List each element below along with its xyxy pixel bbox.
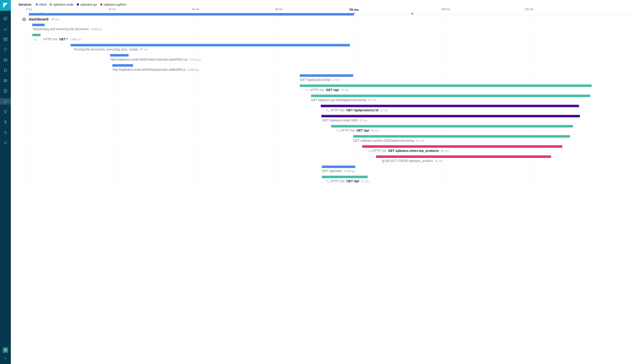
svg-point-10 [4, 110, 5, 111]
svg-rect-3 [6, 39, 7, 41]
sidebar-item-uptime[interactable] [0, 108, 11, 115]
span-bar [32, 34, 41, 36]
span-name: GET opbeans-node:3000 [322, 118, 358, 122]
span-bar [321, 105, 579, 107]
sidebar-item-dashboard[interactable] [0, 36, 11, 42]
legend-dot [36, 4, 38, 6]
sidebar-item-ml[interactable] [0, 67, 11, 74]
sidebar: D [0, 0, 11, 192]
sidebar-item-visualize[interactable] [0, 26, 11, 32]
axis-tick: 40 ms [192, 8, 199, 11]
http-status: HTTP 2xx [341, 128, 355, 132]
http-status: HTTP 2xx [331, 108, 345, 112]
span-duration: 48 ms [441, 149, 449, 152]
span-duration: 4,429 μs [190, 58, 201, 61]
svg-point-5 [4, 69, 5, 70]
kibana-logo[interactable] [0, 0, 11, 11]
legend-item-opbeans-python[interactable]: opbeans-python [100, 3, 126, 6]
span-name: GET * [59, 38, 68, 41]
http-status: HTTP 2xx [310, 88, 324, 92]
span-duration: 3,000 μs [90, 28, 102, 31]
legend-text: opbeans-python [104, 3, 126, 6]
span-row[interactable]: http://opbeans-node:3000/static/css/main… [19, 54, 637, 64]
sidebar-item-infrastructure[interactable] [0, 78, 11, 84]
span-name: GET /api/products/top [300, 78, 330, 82]
sidebar-item-apm[interactable] [0, 98, 11, 104]
legend-item-client[interactable]: client [36, 3, 47, 6]
span-bar [300, 74, 353, 77]
sidebar-item-logs[interactable] [0, 88, 11, 94]
span-row[interactable]: http://opbeans-node:3000/static/js/main.… [19, 64, 637, 74]
span-row[interactable]: GET /api/stats8,004 μs [19, 165, 637, 175]
span-label: HTTP 2xxGET *1,968 μs [44, 38, 81, 41]
span-name: GET /api [326, 88, 339, 92]
sidebar-item-management[interactable] [0, 140, 11, 146]
span-row[interactable]: Parsing the document, executing sync. sc… [19, 44, 637, 54]
transaction-title-row[interactable]: dashboard 78 ms [19, 16, 637, 23]
svg-point-0 [4, 17, 7, 20]
span-duration: 52 ms [416, 139, 424, 142]
span-duration: 67 ms [140, 48, 148, 51]
globe-icon [22, 17, 26, 22]
span-label: SELECT FROM opbeans_product42 ms [385, 159, 443, 163]
waterfall: dashboard 78 ms Requesting and receiving… [19, 16, 637, 183]
span-name: SELECT FROM opbeans_product [385, 159, 433, 163]
span-bar [32, 24, 45, 26]
time-axis: 0 ms20 ms40 ms60 ms78 ms100 ms120 ms [29, 8, 637, 12]
sidebar-item-siem[interactable] [0, 119, 11, 125]
span-bar [321, 115, 580, 117]
svg-point-12 [5, 112, 6, 113]
span-row[interactable]: HTTP 2xxGET opbeans.views.top_products48… [19, 145, 637, 155]
sidebar-item-devtools[interactable] [0, 129, 11, 136]
span-row[interactable]: HTTP 2xxGET /api70 ms [19, 84, 637, 94]
legend-label: Services [19, 3, 32, 6]
sidebar-item-maps[interactable] [0, 57, 11, 63]
timeline: 0 ms20 ms40 ms60 ms78 ms100 ms120 ms das… [19, 8, 637, 183]
axis-tick: 0 ms [26, 8, 32, 11]
span-bar [362, 145, 562, 148]
span-row[interactable]: GET opbeans-go:3000/api/products/top67 m… [19, 94, 637, 104]
span-row[interactable]: HTTP 2xxGET *1,968 μs [19, 33, 637, 44]
svg-point-13 [5, 142, 6, 144]
svg-rect-2 [4, 39, 6, 41]
http-status: HTTP 2xx [372, 149, 386, 152]
legend-text: client [39, 3, 47, 6]
axis-tick: 78 ms [349, 8, 359, 12]
services-legend: Services clientopbeans-nodeopbeans-goopb… [19, 3, 637, 6]
span-row[interactable]: GET opbeans-node:300062 ms [19, 114, 637, 124]
legend-dot [77, 4, 79, 6]
span-bar [376, 156, 551, 158]
axis-tick: 20 ms [108, 8, 116, 11]
span-row[interactable]: Requesting and receiving the document3,0… [19, 23, 637, 33]
span-row[interactable]: HTTP 2xxGET /api11 ms [19, 175, 637, 183]
span-label: Requesting and receiving the document3,0… [33, 27, 102, 31]
span-row[interactable]: HTTP 2xxGET /api58 ms [19, 124, 637, 135]
span-bar [331, 125, 573, 128]
span-row[interactable]: SELECT FROM opbeans_product42 ms [19, 155, 637, 165]
sidebar-item-discover[interactable] [0, 15, 11, 22]
legend-item-opbeans-node[interactable]: opbeans-node [50, 3, 74, 6]
span-name: GET /api [346, 179, 359, 183]
legend-text: opbeans-go [80, 3, 97, 6]
svg-point-6 [6, 69, 7, 70]
span-duration: 4,990 μs [188, 68, 199, 72]
span-row[interactable]: HTTP 2xxGET /api/products/:id62 ms [19, 104, 637, 114]
legend-item-opbeans-go[interactable]: opbeans-go [77, 3, 97, 6]
span-row[interactable]: GET /api/products/top13 ms [19, 74, 637, 84]
svg-point-11 [6, 110, 7, 111]
span-name: GET opbeans-go:3000/api/products/top [311, 98, 366, 102]
span-bar [71, 44, 350, 46]
http-status: HTTP 2xx [331, 179, 345, 183]
span-duration: 67 ms [368, 98, 376, 102]
span-duration: 42 ms [435, 159, 443, 163]
span-duration: 70 ms [341, 88, 348, 92]
span-label: GET /api/stats8,004 μs [322, 169, 355, 173]
span-duration: 8,004 μs [344, 170, 355, 173]
span-duration: 11 ms [361, 180, 369, 183]
span-bar [322, 166, 355, 168]
span-bar [311, 94, 590, 97]
span-duration: 62 ms [380, 108, 388, 112]
sidebar-item-canvas[interactable] [0, 46, 11, 53]
span-row[interactable]: GET opbeans-python:3000/api/products/top… [19, 135, 637, 145]
span-label: GET opbeans-node:300062 ms [322, 118, 367, 122]
